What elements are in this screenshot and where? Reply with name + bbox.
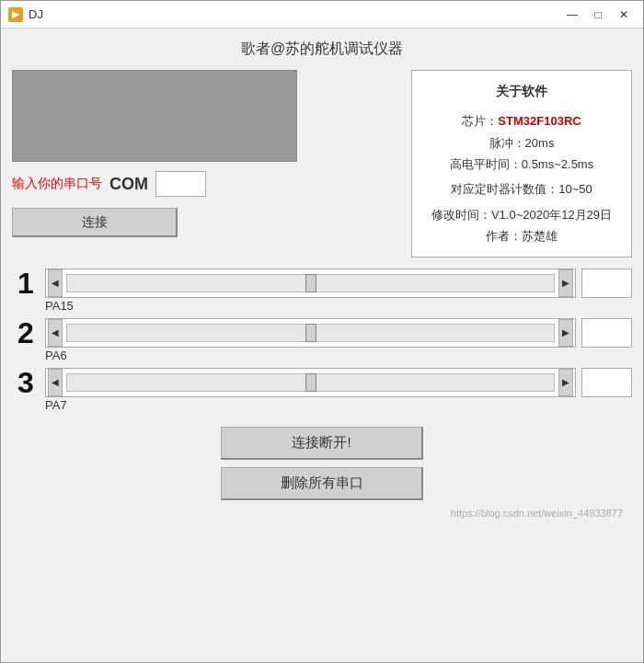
slider-track-2 <box>63 319 558 347</box>
slider-row-3: 3 ◀ ▶ <box>12 368 632 397</box>
maximize-button[interactable]: □ <box>586 6 610 24</box>
com-input[interactable] <box>155 171 206 197</box>
window-controls: — □ ✕ <box>560 6 636 24</box>
bottom-buttons: 连接断开! 删除所有串口 <box>12 427 632 500</box>
slider-value-1 <box>581 269 632 298</box>
app-icon: ▶ <box>8 7 23 22</box>
chip-value: STM32F103RC <box>498 114 581 128</box>
pin-label-2: PA6 <box>45 349 632 362</box>
slider-right-arrow-3[interactable]: ▶ <box>558 369 573 396</box>
chip-line: 芯片：STM32F103RC <box>425 110 618 131</box>
slider-left-arrow-1[interactable]: ◀ <box>48 269 63 297</box>
title-bar: ▶ DJ — □ ✕ <box>1 1 643 29</box>
pulse-line: 脉冲：20ms <box>425 132 618 154</box>
main-window: ▶ DJ — □ ✕ 歌者@苏的舵机调试仪器 输入你的串口号 COM 连接 <box>0 0 644 663</box>
slider-track-1 <box>63 269 558 297</box>
slider-2[interactable] <box>66 324 555 342</box>
slider-group-2: 2 ◀ ▶ PA6 <box>12 318 632 362</box>
title-bar-left: ▶ DJ <box>8 7 43 22</box>
slider-wrapper-1: ◀ ▶ <box>45 269 576 298</box>
disconnect-button[interactable]: 连接断开! <box>221 427 423 460</box>
slider-left-arrow-2[interactable]: ◀ <box>48 319 63 347</box>
slider-value-3 <box>581 368 632 397</box>
connect-button[interactable]: 连接 <box>12 208 178 237</box>
close-button[interactable]: ✕ <box>612 6 636 24</box>
slider-row-1: 1 ◀ ▶ <box>12 269 632 298</box>
modify-line: 修改时间：V1.0~2020年12月29日 <box>425 204 618 225</box>
info-box-title: 关于软件 <box>425 80 618 103</box>
left-panel: 输入你的串口号 COM 连接 <box>12 70 402 257</box>
window-title: DJ <box>29 7 43 21</box>
delete-button[interactable]: 删除所有串口 <box>221 467 423 500</box>
slider-wrapper-3: ◀ ▶ <box>45 368 576 397</box>
com-row: 输入你的串口号 COM <box>12 171 402 197</box>
timer-line: 对应定时器计数值：10~50 <box>425 178 618 200</box>
top-section: 输入你的串口号 COM 连接 关于软件 芯片：STM32F103RC 脉冲：20… <box>12 70 632 257</box>
slider-track-3 <box>63 369 558 396</box>
slider-number-2: 2 <box>12 318 40 348</box>
slider-value-2 <box>581 318 632 348</box>
slider-wrapper-2: ◀ ▶ <box>45 318 576 348</box>
minimize-button[interactable]: — <box>560 6 584 24</box>
slider-number-1: 1 <box>12 269 40 298</box>
slider-right-arrow-1[interactable]: ▶ <box>558 269 573 297</box>
pin-label-3: PA7 <box>45 398 632 412</box>
com-prompt: 输入你的串口号 <box>12 176 102 192</box>
slider-row-2: 2 ◀ ▶ <box>12 318 632 348</box>
slider-3[interactable] <box>66 373 555 392</box>
app-title: 歌者@苏的舵机调试仪器 <box>12 40 632 59</box>
main-content: 歌者@苏的舵机调试仪器 输入你的串口号 COM 连接 关于软件 芯片：STM32… <box>1 29 643 662</box>
com-label: COM <box>109 175 148 194</box>
slider-1[interactable] <box>66 274 555 292</box>
slider-group-1: 1 ◀ ▶ PA15 <box>12 269 632 313</box>
watermark: https://blog.csdn.net/weixin_44933877 <box>12 508 632 522</box>
high-level-line: 高电平时间：0.5ms~2.5ms <box>425 154 618 175</box>
slider-left-arrow-3[interactable]: ◀ <box>48 369 63 396</box>
info-box: 关于软件 芯片：STM32F103RC 脉冲：20ms 高电平时间：0.5ms~… <box>411 70 632 257</box>
pin-label-1: PA15 <box>45 299 632 313</box>
image-placeholder <box>12 70 297 162</box>
sliders-section: 1 ◀ ▶ PA15 2 ◀ <box>12 269 632 412</box>
slider-group-3: 3 ◀ ▶ PA7 <box>12 368 632 412</box>
slider-right-arrow-2[interactable]: ▶ <box>558 319 573 347</box>
slider-number-3: 3 <box>12 368 40 397</box>
chip-label: 芯片： <box>462 114 498 128</box>
author-line: 作者：苏楚雄 <box>425 225 618 246</box>
